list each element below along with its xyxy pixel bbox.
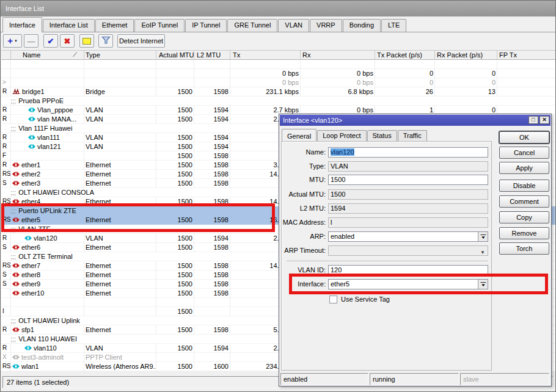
table-row[interactable]: Rbridge1Bridge15001598231.1 kbps6.8 kbps…	[1, 87, 555, 96]
row-flag: RS	[2, 261, 10, 270]
dialog-tab-traffic[interactable]: Traffic	[398, 130, 427, 142]
comment-marker: ;;;	[10, 189, 16, 196]
tab-lte[interactable]: LTE	[381, 19, 406, 32]
ethernet-icon	[12, 161, 20, 170]
enable-button[interactable]: ✔	[43, 34, 58, 48]
comment-text: ;;;Prueba PPPoE	[10, 96, 555, 106]
interface-type: Bridge	[84, 87, 156, 96]
detect-internet-button[interactable]: Detect Internet	[117, 34, 165, 48]
row-flag: I	[2, 307, 10, 316]
actual-mtu-input[interactable]: 1500	[328, 189, 488, 200]
actual-mtu: 1500	[156, 170, 194, 179]
copy-button[interactable]: Copy	[499, 211, 549, 223]
arp-input[interactable]: enabled▼	[328, 231, 488, 242]
tab-eoip-tunnel[interactable]: EoIP Tunnel	[134, 19, 185, 32]
tab-vlan[interactable]: VLAN	[278, 19, 309, 32]
cancel-button[interactable]: Cancel	[499, 147, 549, 159]
interface-type	[84, 60, 156, 69]
rx-rate	[300, 60, 375, 69]
mtu-input[interactable]: 1500	[328, 175, 488, 185]
table-row[interactable]: 0 bps0 bps000	[1, 69, 555, 78]
rx-packet	[434, 60, 497, 69]
use-service-tag-checkbox[interactable]	[329, 296, 337, 303]
type-input[interactable]: VLAN	[328, 161, 488, 172]
column-header-rx[interactable]: Rx	[300, 51, 375, 60]
tab-vrrp[interactable]: VRRP	[310, 19, 342, 32]
dropdown-button[interactable]: ▼	[478, 232, 488, 241]
row-flag: S	[2, 270, 10, 280]
comment-button[interactable]	[79, 34, 94, 48]
ethernet-icon	[12, 326, 20, 335]
column-header-tx[interactable]: Tx	[230, 51, 300, 60]
fp-tx	[497, 60, 555, 69]
window-title: Interface List	[5, 5, 44, 12]
vlan-icon	[24, 344, 32, 353]
interface-name: vlan111	[10, 133, 84, 142]
actual-mtu: 1500	[156, 289, 194, 298]
tab-interface[interactable]: Interface	[2, 17, 42, 32]
l2-mtu: 1598	[194, 87, 230, 96]
tab-interface-list[interactable]: Interface List	[43, 19, 95, 32]
name-input[interactable]: vlan120	[328, 147, 488, 158]
dialog-tab-loop-protect[interactable]: Loop Protect	[317, 130, 366, 142]
dialog-titlebar[interactable]: Interface <vlan120>	[280, 115, 551, 126]
interface-type	[84, 298, 156, 307]
table-row[interactable]: >0 bps0 bps000	[1, 78, 555, 87]
actual-mtu: 1500	[156, 161, 194, 170]
tab-ip-tunnel[interactable]: IP Tunnel	[185, 19, 227, 32]
row-flag: F	[2, 151, 10, 161]
l2-mtu-input[interactable]: 1594	[328, 203, 488, 214]
ok-button[interactable]: OK	[499, 131, 549, 143]
dialog-tab-strip: GeneralLoop ProtectStatusTraffic	[282, 128, 428, 142]
actual-mtu: 1500	[156, 234, 194, 243]
column-header-fp-tx[interactable]: FP Tx	[497, 51, 556, 60]
maximize-icon[interactable]: □	[529, 116, 538, 124]
column-header-l2-mtu[interactable]: L2 MTU	[194, 51, 230, 60]
type-label: Type:	[282, 161, 326, 172]
window-titlebar[interactable]: Interface List	[1, 1, 555, 16]
mac-address-input[interactable]: l	[328, 217, 488, 228]
actual-mtu: 1500	[156, 270, 194, 280]
remove-button[interactable]: Remove	[499, 227, 549, 239]
row-flag	[2, 69, 10, 78]
dialog-tab-status[interactable]: Status	[367, 130, 397, 142]
table-row[interactable]	[1, 60, 555, 69]
comment-button[interactable]: Comment	[499, 195, 549, 208]
disable-button[interactable]: ✖	[60, 34, 75, 48]
column-header-name[interactable]: Name	[10, 51, 84, 60]
arp-timeout-input[interactable]: ▼	[328, 245, 488, 256]
actual-mtu-label: Actual MTU:	[282, 189, 326, 200]
column-header-flags[interactable]	[2, 51, 10, 60]
dialog-tab-general[interactable]: General	[282, 129, 316, 142]
add-button[interactable]: +▼	[3, 34, 22, 48]
column-header-actual-mtu[interactable]: Actual MTU	[156, 51, 194, 60]
fp-tx: 0	[497, 87, 555, 96]
tab-ethernet[interactable]: Ethernet	[95, 19, 134, 32]
tx-rate: 0 bps	[230, 78, 300, 87]
column-header-type[interactable]: Type	[84, 51, 156, 60]
pptp-icon	[12, 354, 20, 362]
torch-button[interactable]: Torch	[499, 242, 549, 255]
l2-mtu: 1598	[194, 151, 230, 161]
column-header-rx-packet-p-s[interactable]: Rx Packet (p/s)	[434, 51, 497, 60]
l2-mtu	[194, 69, 230, 78]
tab-gre-tunnel[interactable]: GRE Tunnel	[227, 19, 277, 32]
filter-button[interactable]	[98, 34, 113, 48]
row-flag	[2, 298, 10, 307]
comment-row[interactable]: ;;;Prueba PPPoE	[1, 96, 555, 106]
dialog-title: Interface <vlan120>	[283, 117, 342, 124]
tx-packet: 0	[375, 69, 434, 78]
tx-rate: 231.1 kbps	[230, 87, 300, 96]
comment-marker: ;;;	[10, 97, 16, 104]
comment-marker: ;;;	[10, 335, 16, 343]
disable-button[interactable]: Disable	[499, 180, 549, 192]
column-header-tx-packet-p-s[interactable]: Tx Packet (p/s)	[375, 51, 434, 60]
tab-bonding[interactable]: Bonding	[343, 19, 381, 32]
apply-button[interactable]: Apply	[499, 162, 549, 174]
l2-mtu: 1598	[194, 325, 230, 335]
interface-name: Vlan_pppoe	[10, 106, 84, 115]
interface-type: VLAN	[84, 344, 156, 353]
close-icon[interactable]: ✕	[540, 116, 549, 124]
remove-button[interactable]: —	[24, 34, 38, 48]
table-header: NameTypeActual MTUL2 MTUTxRxTx Packet (p…	[1, 50, 555, 60]
